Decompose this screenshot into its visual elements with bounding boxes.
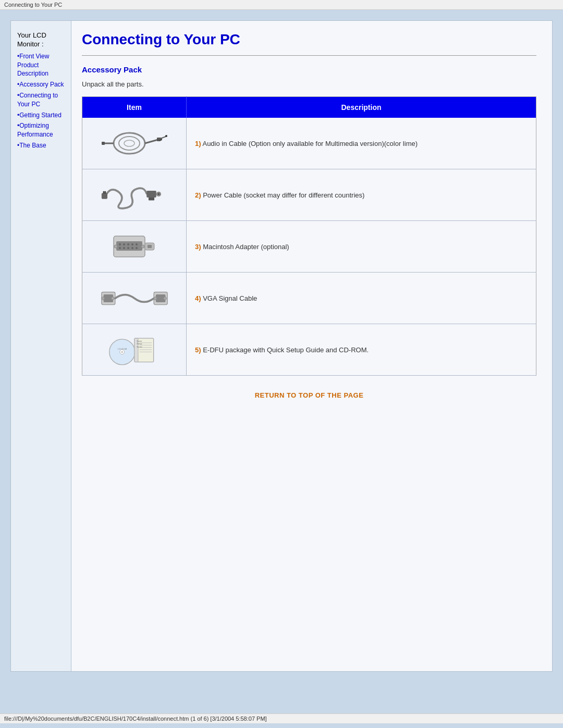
sidebar-title-line1: Your LCD — [17, 31, 46, 39]
status-bar: file:///D|/My%20documents/dfu/B2C/ENGLIS… — [0, 713, 563, 723]
accessory-table: Item Description — [82, 96, 536, 376]
item-cell-5: CD-ROM Quic — [82, 324, 187, 376]
svg-point-35 — [101, 297, 104, 300]
content-box: Your LCD Monitor : •Front View Product D… — [10, 20, 553, 672]
svg-point-2 — [124, 140, 134, 146]
svg-rect-18 — [116, 241, 142, 251]
svg-rect-11 — [103, 191, 104, 194]
item-desc-1: Audio in Cable (Option only available fo… — [202, 140, 418, 147]
item-desc-4: VGA Signal Cable — [203, 294, 257, 302]
svg-point-22 — [131, 243, 133, 245]
svg-point-39 — [154, 297, 157, 300]
svg-point-29 — [114, 245, 117, 248]
svg-point-1 — [119, 137, 140, 150]
item-desc-3: Macintosh Adapter (optional) — [203, 243, 289, 251]
table-header-row: Item Description — [82, 97, 536, 118]
sidebar-item-getting-started[interactable]: •Getting Started — [17, 111, 67, 120]
description-cell-4: 4) VGA Signal Cable — [187, 273, 536, 324]
power-cable-icon — [101, 177, 168, 213]
intro-text: Unpack all the parts. — [82, 80, 536, 88]
svg-point-21 — [127, 243, 129, 245]
page-title: Connecting to Your PC — [82, 31, 536, 48]
divider — [82, 55, 536, 56]
svg-point-25 — [123, 247, 125, 249]
item-desc-2: Power Cable (socket may differ for diffe… — [203, 191, 364, 199]
browser-title-bar: Connecting to Your PC — [0, 0, 563, 10]
section-title: Accessory Pack — [82, 65, 536, 74]
svg-point-43 — [121, 351, 123, 353]
sidebar-item-optimizing[interactable]: •Optimizing Performance — [17, 121, 67, 139]
table-header-item: Item — [82, 97, 187, 118]
svg-point-28 — [136, 247, 138, 249]
status-bar-text: file:///D|/My%20documents/dfu/B2C/ENGLIS… — [4, 715, 267, 722]
svg-text:Setup: Setup — [137, 342, 142, 345]
audio-cable-icon — [101, 125, 168, 162]
item-cell-3 — [82, 221, 187, 273]
sidebar-title-line2: Monitor — [17, 40, 40, 48]
main-content: Connecting to Your PC Accessory Pack Unp… — [71, 21, 552, 671]
description-cell-3: 3) Macintosh Adapter (optional) — [187, 221, 536, 273]
sidebar-title: Your LCD Monitor : — [17, 31, 67, 49]
svg-point-26 — [127, 247, 129, 249]
browser-title: Connecting to Your PC — [4, 2, 62, 8]
item-desc-5: E-DFU package with Quick Setup Guide and… — [203, 346, 369, 354]
sidebar-item-base[interactable]: •The Base — [17, 141, 67, 150]
svg-point-19 — [119, 243, 121, 245]
table-row: 2) Power Cable (socket may differ for di… — [82, 169, 536, 221]
sidebar-item-connecting[interactable]: •Connecting to Your PC — [17, 91, 67, 109]
item-cell-4 — [82, 273, 187, 324]
svg-point-16 — [157, 193, 160, 195]
svg-text:Guide: Guide — [137, 346, 142, 348]
item-number-5: 5) — [195, 346, 201, 354]
svg-rect-32 — [148, 245, 152, 248]
edfu-package-icon: CD-ROM Quic — [101, 331, 168, 368]
description-cell-5: 5) E-DFU package with Quick Setup Guide … — [187, 324, 536, 376]
svg-rect-13 — [146, 191, 156, 198]
item-number-1: 1) — [195, 140, 201, 147]
table-row: 3) Macintosh Adapter (optional) — [82, 221, 536, 273]
return-link-container: RETURN TO TOP OF THE PAGE — [82, 391, 536, 399]
mac-adapter-icon — [101, 228, 168, 265]
svg-point-27 — [131, 247, 133, 249]
svg-point-40 — [163, 297, 166, 300]
svg-point-30 — [141, 245, 144, 248]
svg-text:Quick: Quick — [137, 340, 142, 342]
svg-point-20 — [123, 243, 125, 245]
return-to-top-link[interactable]: RETURN TO TOP OF THE PAGE — [255, 391, 364, 399]
sidebar-item-accessory-pack[interactable]: •Accessory Pack — [17, 80, 67, 89]
description-cell-2: 2) Power Cable (socket may differ for di… — [187, 169, 536, 221]
item-number-4: 4) — [195, 294, 201, 302]
table-row: 1) Audio in Cable (Option only available… — [82, 118, 536, 169]
svg-rect-14 — [148, 198, 154, 201]
page-wrapper: Your LCD Monitor : •Front View Product D… — [0, 10, 563, 713]
svg-point-23 — [136, 243, 138, 245]
table-header-description: Description — [187, 97, 536, 118]
svg-line-5 — [145, 140, 158, 143]
item-cell-2 — [82, 169, 187, 221]
item-number-3: 3) — [195, 243, 201, 251]
vga-cable-icon — [101, 280, 168, 316]
svg-point-24 — [119, 247, 121, 249]
item-number-2: 2) — [195, 191, 201, 199]
item-cell-1 — [82, 118, 187, 169]
svg-point-9 — [165, 135, 167, 137]
svg-text:CD-ROM: CD-ROM — [117, 348, 127, 350]
sidebar: Your LCD Monitor : •Front View Product D… — [11, 21, 71, 671]
svg-rect-4 — [102, 142, 105, 145]
table-row: CD-ROM Quic — [82, 324, 536, 376]
svg-rect-10 — [101, 193, 107, 199]
sidebar-item-front-view[interactable]: •Front View Product Description — [17, 52, 67, 78]
description-cell-1: 1) Audio in Cable (Option only available… — [187, 118, 536, 169]
svg-point-36 — [111, 297, 114, 300]
table-row: 4) VGA Signal Cable — [82, 273, 536, 324]
svg-rect-12 — [104, 191, 106, 194]
